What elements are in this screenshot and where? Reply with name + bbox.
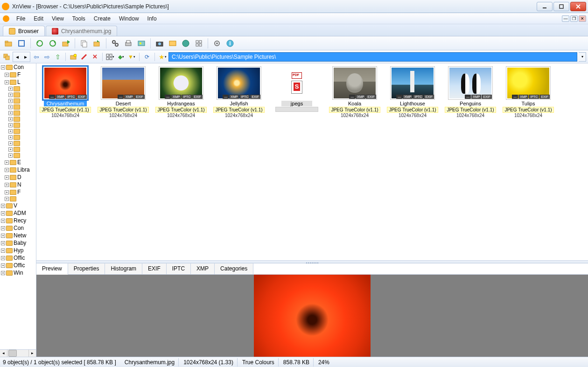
export-button[interactable] xyxy=(91,38,103,49)
thumbnail-item[interactable]: —XMPIPTCEXIFJellyfishJPEG TrueColor (v1.… xyxy=(214,66,264,118)
expand-icon[interactable]: + xyxy=(1,249,5,253)
expand-icon[interactable]: + xyxy=(1,271,5,275)
search-button[interactable] xyxy=(110,38,121,49)
menu-info[interactable]: Info xyxy=(143,14,161,23)
thumbnail-item[interactable]: —XMPIPTCEXIFHydrangeasJPEG TrueColor (v1… xyxy=(156,66,206,118)
copy-button[interactable] xyxy=(78,38,90,49)
folder-tree[interactable]: +Con+F+L+++++++++++++E+Libra+D+N+F++V+AD… xyxy=(0,63,36,357)
cascade-icon[interactable] xyxy=(2,52,11,62)
tree-item[interactable]: + xyxy=(0,128,36,134)
menu-window[interactable]: Window xyxy=(115,14,143,23)
expand-icon[interactable]: + xyxy=(1,241,5,245)
detail-tab-properties[interactable]: Properties xyxy=(68,263,105,274)
menu-view[interactable]: View xyxy=(48,14,68,23)
mdi-restore-button[interactable]: ❐ xyxy=(570,15,578,22)
tree-scrollbar[interactable]: ◂▸ xyxy=(0,349,36,357)
expand-icon[interactable]: + xyxy=(1,234,5,238)
expand-icon[interactable]: + xyxy=(1,65,5,69)
tree-item[interactable]: +ADM xyxy=(0,209,36,217)
expand-icon[interactable]: + xyxy=(5,183,9,187)
tree-item[interactable]: +D xyxy=(0,173,36,181)
open-button[interactable] xyxy=(3,38,14,49)
detail-tab-categories[interactable]: Categories xyxy=(215,263,253,274)
nav-forward-button[interactable]: ⇨ xyxy=(42,52,52,62)
info-button[interactable]: i xyxy=(224,38,236,49)
tree-item[interactable]: +V xyxy=(0,202,36,209)
tree-item[interactable]: +Offic xyxy=(0,262,36,269)
expand-icon[interactable]: + xyxy=(1,256,5,260)
thumbnail-item[interactable]: —XMPEXIFDesertJPEG TrueColor (v1.1)1024x… xyxy=(98,66,148,118)
minimize-button[interactable] xyxy=(537,2,553,11)
menu-create[interactable]: Create xyxy=(90,14,115,23)
tab-browser[interactable]: Browser xyxy=(3,26,45,36)
detail-tab-exif[interactable]: EXIF xyxy=(142,263,167,274)
menu-file[interactable]: File xyxy=(12,14,29,23)
thumbnail-item[interactable]: —XMPIPTCEXIFTulipsJPEG TrueColor (v1.1)1… xyxy=(503,66,553,118)
detail-tab-xmp[interactable]: XMP xyxy=(191,263,215,274)
nav-up-button[interactable]: ⇧ xyxy=(53,52,63,62)
expand-icon[interactable]: + xyxy=(5,160,9,165)
settings-button[interactable] xyxy=(211,38,223,49)
history-forward-button[interactable]: ▸ xyxy=(21,52,30,62)
sort-button[interactable]: ◆▾ xyxy=(116,52,126,62)
thumbnail-grid[interactable]: —XMPIPTCEXIFChrysanthemumJPEG TrueColor … xyxy=(36,63,588,261)
expand-icon[interactable]: + xyxy=(8,129,13,133)
expand-icon[interactable]: + xyxy=(8,141,13,145)
tree-item[interactable]: + xyxy=(0,110,36,116)
import-button[interactable] xyxy=(60,38,71,49)
mdi-close-button[interactable]: ✕ xyxy=(579,15,586,22)
address-dropdown-button[interactable]: ▾ xyxy=(579,52,586,62)
tree-item[interactable]: +Hyp xyxy=(0,247,36,254)
expand-icon[interactable]: + xyxy=(8,117,13,121)
menu-tools[interactable]: Tools xyxy=(68,14,90,23)
close-button[interactable] xyxy=(570,2,586,11)
address-input[interactable] xyxy=(168,52,577,62)
tree-item[interactable]: + xyxy=(0,98,36,104)
delete-button[interactable]: ✕ xyxy=(90,52,99,62)
expand-icon[interactable]: + xyxy=(5,197,9,201)
detail-tab-iptc[interactable]: IPTC xyxy=(167,263,191,274)
tree-item[interactable]: + xyxy=(0,196,36,202)
new-folder-button[interactable] xyxy=(69,52,78,62)
expand-icon[interactable]: + xyxy=(8,135,13,139)
expand-icon[interactable]: + xyxy=(8,153,13,158)
expand-icon[interactable]: + xyxy=(5,73,9,77)
web-button[interactable] xyxy=(180,38,191,49)
tree-item[interactable]: + xyxy=(0,146,36,152)
tree-item[interactable]: +Offic xyxy=(0,254,36,262)
tree-item[interactable]: +Con xyxy=(0,63,36,71)
slideshow-button[interactable] xyxy=(136,38,147,49)
filter-button[interactable]: ▼▾ xyxy=(127,52,136,62)
expand-icon[interactable]: + xyxy=(5,168,9,172)
maximize-button[interactable] xyxy=(553,2,569,11)
expand-icon[interactable]: + xyxy=(8,87,13,91)
nav-back-button[interactable]: ⇦ xyxy=(32,52,41,62)
tree-item[interactable]: +N xyxy=(0,181,36,188)
expand-icon[interactable]: + xyxy=(8,93,13,97)
tree-item[interactable]: +L xyxy=(0,78,36,86)
menu-edit[interactable]: Edit xyxy=(29,14,48,23)
convert-button[interactable] xyxy=(167,38,178,49)
expand-icon[interactable]: + xyxy=(1,211,5,215)
tree-item[interactable]: +Baby xyxy=(0,239,36,247)
favorites-button[interactable]: ★▾ xyxy=(158,52,167,62)
tree-item[interactable]: + xyxy=(0,104,36,110)
expand-icon[interactable]: + xyxy=(8,105,13,109)
mdi-minimize-button[interactable]: — xyxy=(562,15,569,22)
tree-item[interactable]: +F xyxy=(0,188,36,196)
thumbnail-item[interactable]: —XMPEXIFKoalaJPEG TrueColor (v1.1)1024x7… xyxy=(329,66,380,118)
tree-item[interactable]: + xyxy=(0,86,36,92)
tree-item[interactable]: + xyxy=(0,140,36,146)
expand-icon[interactable]: + xyxy=(8,111,13,115)
history-back-button[interactable]: ◂ xyxy=(13,52,21,62)
edit-button[interactable] xyxy=(79,52,89,62)
thumbnail-item[interactable]: —XMPEXIFPenguinsJPEG TrueColor (v1.1)102… xyxy=(445,66,496,118)
expand-icon[interactable]: + xyxy=(5,175,9,180)
expand-icon[interactable]: + xyxy=(1,204,5,208)
thumbnail-item[interactable]: —XMPIPTCEXIFLighthouseJPEG TrueColor (v1… xyxy=(387,66,438,118)
view-mode-button[interactable]: ▾ xyxy=(105,52,115,62)
rotate-left-button[interactable] xyxy=(34,38,45,49)
tree-item[interactable]: +E xyxy=(0,159,36,166)
fullscreen-button[interactable] xyxy=(16,38,27,49)
expand-icon[interactable]: + xyxy=(5,80,9,84)
